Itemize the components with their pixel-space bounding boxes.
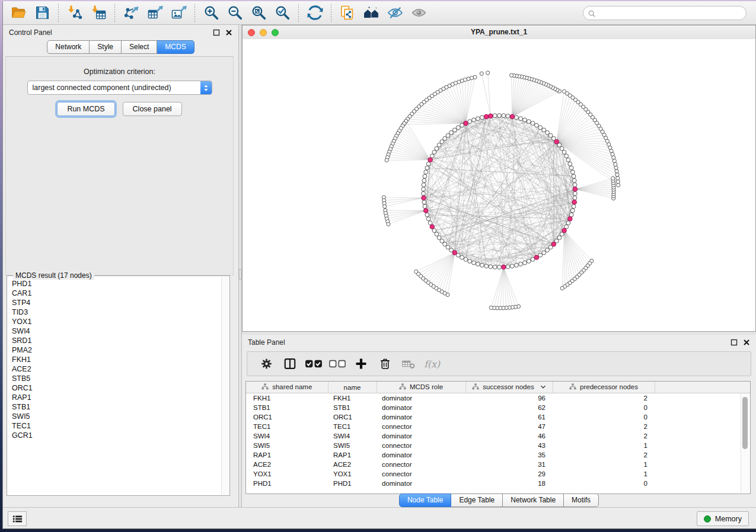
- task-history-button[interactable]: [8, 511, 27, 526]
- table-cell[interactable]: ORC1: [328, 412, 377, 422]
- table-cell[interactable]: ORC1: [246, 412, 328, 422]
- delete-column-button[interactable]: [374, 354, 395, 374]
- refresh-view-button[interactable]: [303, 3, 327, 23]
- table-row[interactable]: FKH1FKH1dominator962: [246, 393, 750, 403]
- table-cell[interactable]: 1: [553, 469, 655, 479]
- tab-select[interactable]: Select: [122, 40, 157, 54]
- table-cell[interactable]: 1: [553, 441, 655, 450]
- float-panel-icon[interactable]: [213, 29, 220, 36]
- table-cell[interactable]: PHD1: [246, 479, 328, 488]
- column-header-predecessor-nodes[interactable]: predecessor nodes: [553, 382, 655, 393]
- table-cell[interactable]: 0: [553, 479, 655, 488]
- tab-mcds[interactable]: MCDS: [157, 40, 194, 54]
- mcds-result-item[interactable]: PMA2: [12, 345, 222, 355]
- open-file-button[interactable]: [7, 3, 30, 23]
- float-panel-icon[interactable]: [731, 339, 738, 346]
- table-cell[interactable]: FKH1: [246, 393, 328, 403]
- mcds-result-item[interactable]: GCR1: [12, 431, 222, 440]
- zoom-in-button[interactable]: [199, 3, 223, 23]
- table-cell[interactable]: 61: [465, 412, 553, 422]
- add-column-button[interactable]: [350, 354, 372, 374]
- export-table-button[interactable]: [143, 3, 167, 23]
- zoom-out-button[interactable]: [223, 3, 247, 23]
- import-table-button[interactable]: [87, 3, 110, 23]
- duplicate-network-button[interactable]: [336, 3, 359, 23]
- table-cell[interactable]: connector: [377, 460, 465, 469]
- zoom-fit-button[interactable]: [247, 3, 270, 23]
- mcds-result-item[interactable]: YOX1: [12, 317, 222, 326]
- column-header-successor-nodes[interactable]: successor nodes: [465, 382, 553, 393]
- mcds-result-item[interactable]: SRD1: [12, 336, 222, 345]
- table-cell[interactable]: RAP1: [328, 450, 377, 460]
- export-network-button[interactable]: [119, 3, 143, 23]
- run-mcds-button[interactable]: Run MCDS: [57, 102, 114, 116]
- network-window-titlebar[interactable]: YPA_prune.txt_1: [243, 25, 755, 40]
- tab-network-table[interactable]: Network Table: [503, 493, 564, 507]
- close-panel-icon[interactable]: [743, 339, 750, 346]
- search-input[interactable]: [583, 6, 747, 20]
- import-network-button[interactable]: [63, 3, 87, 23]
- zoom-selected-button[interactable]: [270, 3, 294, 23]
- hide-selected-button[interactable]: [383, 3, 407, 23]
- table-cell[interactable]: dominator: [377, 431, 465, 441]
- table-cell[interactable]: 2: [553, 450, 655, 460]
- close-panel-icon[interactable]: [225, 29, 232, 36]
- memory-button[interactable]: Memory: [697, 511, 749, 526]
- table-cell[interactable]: ACE2: [246, 460, 328, 469]
- table-row[interactable]: STB1STB1dominator620: [246, 403, 750, 412]
- table-row[interactable]: TEC1TEC1connector472: [246, 422, 750, 431]
- table-cell[interactable]: 47: [465, 422, 553, 431]
- table-row[interactable]: PHD1PHD1dominator180: [246, 479, 750, 488]
- table-cell[interactable]: 2: [553, 393, 655, 403]
- close-panel-button[interactable]: Close panel: [123, 102, 182, 116]
- table-row[interactable]: ACE2ACE2connector311: [246, 460, 750, 469]
- table-cell[interactable]: dominator: [377, 393, 465, 403]
- network-graph[interactable]: [243, 39, 755, 331]
- table-cell[interactable]: connector: [377, 441, 465, 450]
- table-cell[interactable]: ACE2: [328, 460, 377, 469]
- table-cell[interactable]: 0: [553, 412, 655, 422]
- table-cell[interactable]: connector: [377, 422, 465, 431]
- tab-edge-table[interactable]: Edge Table: [451, 493, 503, 507]
- mcds-result-item[interactable]: ORC1: [12, 383, 222, 393]
- table-cell[interactable]: 96: [465, 393, 553, 403]
- column-header-shared-name[interactable]: shared name: [246, 382, 328, 393]
- mcds-result-item[interactable]: SWI5: [12, 412, 222, 421]
- table-cell[interactable]: connector: [377, 469, 465, 479]
- table-cell[interactable]: 46: [465, 431, 553, 441]
- mcds-result-item[interactable]: TEC1: [12, 421, 222, 431]
- mcds-result-item[interactable]: CAR1: [12, 289, 222, 298]
- mcds-result-item[interactable]: STB5: [12, 374, 222, 383]
- show-all-button[interactable]: [407, 3, 430, 23]
- mcds-result-scrollbar[interactable]: [221, 277, 229, 495]
- table-cell[interactable]: 31: [465, 460, 553, 469]
- table-cell[interactable]: YOX1: [246, 469, 328, 479]
- column-header-MCDS-role[interactable]: MCDS role: [377, 382, 465, 393]
- table-cell[interactable]: 43: [465, 441, 553, 450]
- table-cell[interactable]: 18: [465, 479, 553, 488]
- table-cell[interactable]: TEC1: [246, 422, 328, 431]
- select-all-button[interactable]: [303, 354, 324, 374]
- optimization-criterion-select[interactable]: largest connected component (undirected): [27, 81, 212, 95]
- table-cell[interactable]: 1: [553, 460, 655, 469]
- table-cell[interactable]: STB1: [246, 403, 328, 412]
- table-cell[interactable]: 29: [465, 469, 553, 479]
- table-cell[interactable]: STB1: [328, 403, 377, 412]
- table-cell[interactable]: 2: [553, 422, 655, 431]
- table-cell[interactable]: 62: [465, 403, 553, 412]
- table-cell[interactable]: 2: [553, 431, 655, 441]
- table-cell[interactable]: dominator: [377, 479, 465, 488]
- table-cell[interactable]: dominator: [377, 412, 465, 422]
- table-cell[interactable]: TEC1: [328, 422, 377, 431]
- table-cell[interactable]: SWI4: [246, 431, 328, 441]
- mcds-result-item[interactable]: ACE2: [12, 364, 222, 374]
- table-scrollbar[interactable]: [741, 393, 749, 493]
- tab-style[interactable]: Style: [90, 40, 122, 54]
- save-session-button[interactable]: [30, 3, 54, 23]
- mcds-result-item[interactable]: STP4: [12, 298, 222, 307]
- table-cell[interactable]: dominator: [377, 403, 465, 412]
- table-cell[interactable]: SWI4: [328, 431, 377, 441]
- mcds-result-item[interactable]: SWI4: [12, 326, 222, 336]
- table-cell[interactable]: 35: [465, 450, 553, 460]
- table-row[interactable]: ORC1ORC1dominator610: [246, 412, 750, 422]
